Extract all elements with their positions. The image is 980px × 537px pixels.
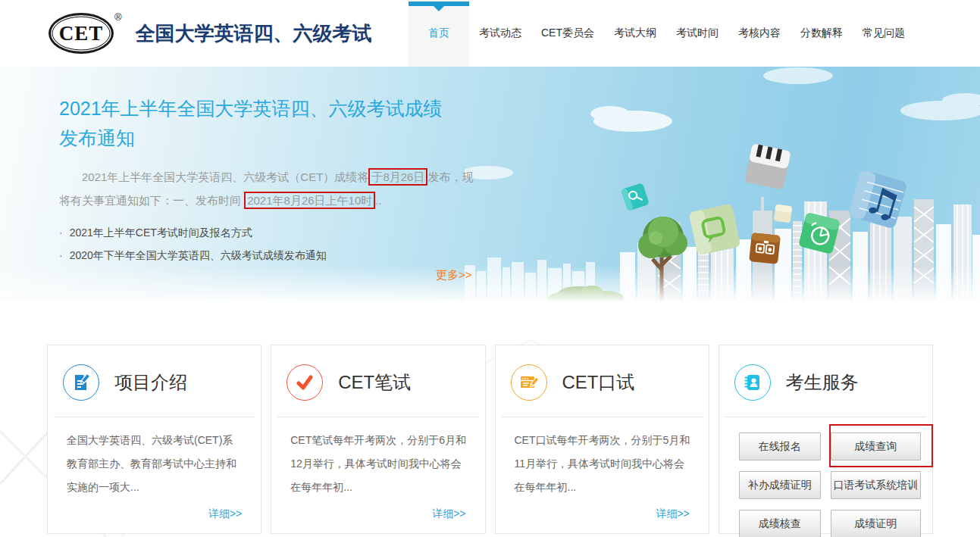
nav-item-exam-time[interactable]: 考试时间 [666, 0, 728, 67]
card-body-text: CET笔试每年开考两次，分别于6月和12月举行，具体考试时间我中心将会在每年年初… [271, 417, 484, 499]
hero-banner: 2021年上半年全国大学英语四、六级考试成绩发布通知 2021年上半年全国大学英… [0, 67, 980, 301]
news-item-label: 2020年下半年全国大学英语四、六级考试成绩发布通知 [70, 249, 327, 261]
cet-logo-oval-icon: CET [49, 13, 114, 54]
registered-trademark-icon: ® [114, 11, 122, 23]
banner-notice-title[interactable]: 2021年上半年全国大学英语四、六级考试成绩发布通知 [59, 94, 457, 153]
main-nav: 首页 考试动态 CET委员会 考试大纲 考试时间 考核内容 分数解释 常见问题 [409, 0, 980, 67]
score-query-wrap: 成绩查询 [831, 432, 921, 461]
card-head: CET口试 [496, 345, 709, 417]
online-registration-button[interactable]: 在线报名 [739, 432, 821, 461]
site-header: CET ® 全国大学英语四、六级考试 首页 考试动态 CET委员会 考试大纲 考… [0, 0, 980, 67]
score-query-button[interactable]: 成绩查询 [831, 432, 921, 461]
cet-logo[interactable]: CET ® [49, 13, 122, 54]
nav-item-exam-news[interactable]: 考试动态 [469, 0, 531, 67]
highlighted-date-2: 2021年8月26日上午10时 [244, 192, 375, 209]
document-pen-icon [63, 364, 99, 401]
score-certificate-button[interactable]: 成绩证明 [831, 510, 921, 537]
magnifier-cube-icon [621, 183, 650, 211]
detail-link-project-intro[interactable]: 详细>> [208, 507, 242, 521]
camera-cube-icon [749, 233, 781, 264]
reissue-score-certificate-button[interactable]: 补办成绩证明 [739, 471, 821, 499]
nav-item-score-explanation[interactable]: 分数解释 [791, 0, 853, 67]
checkmark-icon [286, 364, 323, 401]
highlighted-date-1: 于8月26日 [368, 168, 427, 186]
contact-book-icon [734, 364, 771, 401]
card-body-text: 全国大学英语四、六级考试(CET)系教育部主办、教育部考试中心主持和实施的一项大… [48, 417, 261, 499]
cet-logo-text: CET [59, 22, 104, 45]
card-candidate-services: 考生服务 在线报名 成绩查询 补办成绩证明 口语考试系统培训 成绩核查 成绩证明 [719, 345, 933, 534]
cards-section: 项目介绍 全国大学英语四、六级考试(CET)系教育部主办、教育部考试中心主持和实… [0, 345, 980, 534]
card-head: CET笔试 [271, 345, 484, 417]
score-verification-button[interactable]: 成绩核查 [739, 510, 821, 537]
nav-item-exam-outline[interactable]: 考试大纲 [604, 0, 666, 67]
banner-notice-excerpt: 2021年上半年全国大学英语四、六级考试（CET）成绩将于8月26日发布，现将有… [59, 165, 474, 212]
nav-item-faq[interactable]: 常见问题 [853, 0, 915, 67]
card-title: CET口试 [562, 370, 635, 395]
banner-content: 2021年上半年全国大学英语四、六级考试成绩发布通知 2021年上半年全国大学英… [59, 94, 484, 267]
banner-illustration [465, 67, 980, 301]
services-button-grid: 在线报名 成绩查询 补办成绩证明 口语考试系统培训 成绩核查 成绩证明 [719, 417, 932, 537]
news-item-label: 2021年上半年CET考试时间及报名方式 [70, 226, 252, 239]
card-body-text: CET口试每年开考两次，分别于5月和11月举行，具体考试时间我中心将会在每年年初… [496, 417, 709, 499]
card-cet-written-test: CET笔试 CET笔试每年开考两次，分别于6月和12月举行，具体考试时间我中心将… [271, 345, 485, 534]
news-list: ·2021年上半年CET考试时间及报名方式 ·2020年下半年全国大学英语四、六… [59, 221, 484, 267]
bullet-dot: · [59, 249, 63, 261]
more-link[interactable]: 更多>> [436, 268, 472, 283]
piano-cube-icon [744, 143, 791, 190]
card-head: 考生服务 [719, 345, 932, 417]
speech-bubble-cube-icon [689, 204, 741, 256]
card-project-intro: 项目介绍 全国大学英语四、六级考试(CET)系教育部主办、教育部考试中心主持和实… [47, 345, 261, 534]
nav-item-cet-committee[interactable]: CET委员会 [531, 0, 604, 67]
card-cet-oral-test: CET口试 CET口试每年开考两次，分别于5月和11月举行，具体考试时间我中心将… [495, 345, 709, 534]
detail-link-written-test[interactable]: 详细>> [432, 507, 465, 521]
card-head: 项目介绍 [48, 345, 261, 417]
oral-test-system-training-button[interactable]: 口语考试系统培训 [831, 471, 921, 499]
detail-link-oral-test[interactable]: 详细>> [656, 507, 689, 521]
cloud-icon [465, 67, 980, 180]
news-item-exam-time[interactable]: ·2021年上半年CET考试时间及报名方式 [59, 221, 484, 244]
intro-text: .. [375, 194, 381, 207]
news-item-score-release[interactable]: ·2020年下半年全国大学英语四、六级考试成绩发布通知 [59, 244, 484, 267]
browser-pen-icon [511, 364, 547, 401]
bullet-dot: · [59, 226, 63, 239]
page: CET ® 全国大学英语四、六级考试 首页 考试动态 CET委员会 考试大纲 考… [0, 0, 980, 537]
nav-item-exam-content[interactable]: 考核内容 [728, 0, 791, 67]
card-title: CET笔试 [338, 370, 411, 395]
small-cube-icon [774, 204, 793, 223]
nav-item-home[interactable]: 首页 [409, 0, 469, 67]
cloud-icon [590, 106, 672, 132]
card-title: 考生服务 [786, 370, 859, 395]
site-title: 全国大学英语四、六级考试 [136, 20, 372, 47]
card-title: 项目介绍 [114, 370, 187, 395]
intro-text: 2021年上半年全国大学英语四、六级考试（CET）成绩将 [82, 170, 368, 183]
